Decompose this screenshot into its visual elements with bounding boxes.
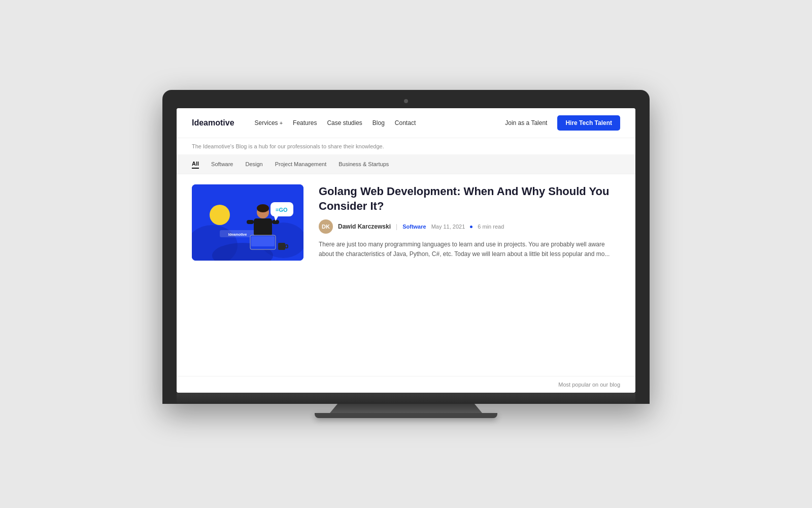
- laptop-base: [177, 393, 635, 404]
- svg-text:Ideamotive: Ideamotive: [228, 233, 247, 236]
- nav-services[interactable]: Services: [255, 119, 283, 126]
- svg-rect-13: [251, 236, 275, 246]
- most-popular-label: Most popular on our blog: [558, 382, 620, 388]
- laptop-stand: [330, 404, 482, 413]
- svg-text:=GO: =GO: [276, 207, 288, 213]
- filter-project-management[interactable]: Project Management: [275, 160, 327, 168]
- article-date: May 11, 2021: [431, 224, 465, 230]
- nav-links: Services Features Case studies Blog Cont…: [255, 119, 505, 126]
- author-initials: DK: [322, 224, 330, 230]
- article-title[interactable]: Golang Web Development: When And Why Sho…: [319, 184, 620, 213]
- laptop-body: Ideamotive Services Features Case studie…: [162, 90, 650, 404]
- laptop-screen: Ideamotive Services Features Case studie…: [177, 108, 635, 393]
- meta-divider: |: [396, 223, 397, 230]
- join-talent-link[interactable]: Join as a Talent: [505, 119, 547, 126]
- hire-tech-talent-button[interactable]: Hire Tech Talent: [557, 115, 620, 131]
- blog-filter-bar: All Software Design Project Management B…: [177, 154, 635, 174]
- article-excerpt: There are just too many programming lang…: [319, 240, 620, 259]
- article-meta: DK Dawid Karczewski | Software May 11, 2…: [319, 219, 620, 234]
- blog-bottom: Most popular on our blog: [177, 376, 635, 393]
- svg-rect-9: [254, 218, 272, 236]
- author-avatar: DK: [319, 219, 333, 234]
- nav-features[interactable]: Features: [293, 119, 317, 126]
- site-nav: Ideamotive Services Features Case studie…: [177, 108, 635, 138]
- svg-rect-10: [247, 220, 254, 224]
- filter-business-startups[interactable]: Business & Startups: [339, 160, 389, 168]
- filter-software[interactable]: Software: [211, 160, 233, 168]
- nav-blog[interactable]: Blog: [373, 119, 385, 126]
- read-time: 6 min read: [478, 224, 504, 230]
- filter-design[interactable]: Design: [245, 160, 262, 168]
- meta-dot: [470, 226, 472, 228]
- website-content: Ideamotive Services Features Case studie…: [177, 108, 635, 393]
- site-logo[interactable]: Ideamotive: [192, 118, 234, 128]
- article-image[interactable]: Ideamotive: [192, 184, 303, 261]
- nav-contact[interactable]: Contact: [395, 119, 416, 126]
- author-name: Dawid Karczewski: [338, 223, 391, 230]
- article-content: Golang Web Development: When And Why Sho…: [319, 184, 620, 366]
- laptop-wrapper: Ideamotive Services Features Case studie…: [162, 90, 650, 418]
- nav-case-studies[interactable]: Case studies: [327, 119, 362, 126]
- nav-right: Join as a Talent Hire Tech Talent: [505, 115, 620, 131]
- svg-rect-18: [285, 245, 288, 248]
- svg-point-4: [210, 205, 230, 225]
- filter-all[interactable]: All: [192, 160, 199, 169]
- article-category[interactable]: Software: [402, 224, 426, 230]
- svg-point-8: [257, 204, 269, 212]
- blog-subtitle: The Ideamotive's Blog is a hub for our p…: [177, 138, 635, 154]
- svg-rect-17: [278, 243, 285, 250]
- laptop-foot: [315, 413, 497, 418]
- laptop-camera: [404, 99, 408, 103]
- blog-main: Ideamotive: [177, 174, 635, 376]
